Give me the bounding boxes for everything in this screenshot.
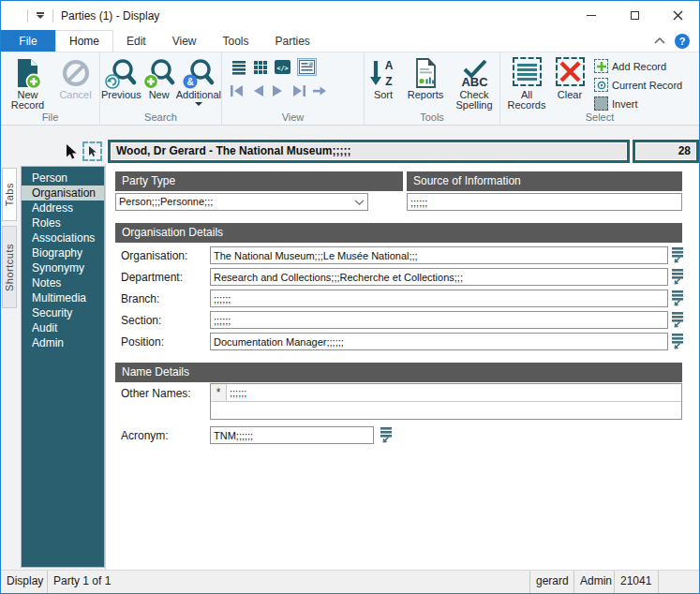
party-type-header: Party Type xyxy=(115,171,403,191)
check-spelling-icon: ABC xyxy=(458,55,490,90)
sidebar-item-person[interactable]: Person xyxy=(22,171,104,186)
party-type-combo[interactable]: Person;;;Personne;;; xyxy=(115,193,368,211)
tab-view[interactable]: View xyxy=(159,30,210,52)
previous-search-button[interactable]: Previous xyxy=(100,54,142,106)
other-names-label: Other Names: xyxy=(121,387,191,400)
status-spacer xyxy=(659,571,699,593)
sidebar-item-associations[interactable]: Associations xyxy=(22,230,104,245)
close-button[interactable] xyxy=(656,1,699,30)
other-names-value[interactable]: ;;;;;; xyxy=(227,384,681,401)
details-view-icon[interactable] xyxy=(297,58,317,76)
additional-search-button[interactable]: & Additional xyxy=(176,54,221,106)
customize-quick-access-icon[interactable] xyxy=(34,10,47,21)
previous-search-icon xyxy=(104,55,138,90)
organisation-input[interactable] xyxy=(210,246,668,264)
sidebar-item-synonymy[interactable]: Synonymy xyxy=(22,260,104,275)
select-group-label: Select xyxy=(500,111,699,123)
clear-selection-button[interactable]: Clear xyxy=(551,54,588,111)
previous-search-label: Previous xyxy=(101,90,141,100)
record-summary-text: Wood, Dr Gerard - The National Museum;;;… xyxy=(111,142,627,160)
invert-selection-label: Invert xyxy=(612,98,638,110)
title-bar: Parties (1) - Display xyxy=(1,1,699,30)
ribbon-group-view: </> View xyxy=(222,52,365,125)
other-names-row[interactable]: * ;;;;;; xyxy=(211,384,681,402)
tab-edit[interactable]: Edit xyxy=(113,30,159,52)
current-record-button[interactable]: Current Record xyxy=(594,77,682,93)
sidebar-item-biography[interactable]: Biography xyxy=(22,245,104,260)
sidebar-item-multimedia[interactable]: Multimedia xyxy=(22,290,104,305)
ribbon-group-search: Previous New xyxy=(100,52,222,125)
cancel-button[interactable]: Cancel xyxy=(54,54,97,111)
first-record-icon[interactable] xyxy=(230,84,246,101)
cursor-icon[interactable] xyxy=(64,143,78,160)
add-record-button[interactable]: Add Record xyxy=(594,58,682,74)
invert-selection-button[interactable]: Invert xyxy=(594,96,682,111)
code-view-icon[interactable]: </> xyxy=(275,60,290,74)
additional-dropdown-caret-icon xyxy=(195,102,202,106)
organisation-details-header: Organisation Details xyxy=(115,223,682,243)
language-flyout-icon[interactable] xyxy=(672,246,685,263)
tab-parties[interactable]: Parties xyxy=(262,30,323,52)
all-records-button[interactable]: All Records xyxy=(504,54,549,111)
help-button[interactable]: ? xyxy=(675,34,690,49)
ribbon-group-tools: A Z Sort xyxy=(365,52,500,125)
side-strip-tabs[interactable]: Tabs xyxy=(2,168,17,221)
tab-file[interactable]: File xyxy=(1,30,55,52)
check-spelling-button[interactable]: ABC Check Spelling xyxy=(450,54,499,111)
status-record-position: Party 1 of 1 xyxy=(48,571,530,593)
all-records-icon xyxy=(513,55,542,90)
side-strip-shortcuts[interactable]: Shortcuts xyxy=(2,226,17,308)
new-record-button[interactable]: New Record xyxy=(4,54,52,111)
language-flyout-icon[interactable] xyxy=(672,268,685,285)
language-flyout-icon[interactable] xyxy=(672,290,685,306)
sidebar-item-admin[interactable]: Admin xyxy=(22,335,104,350)
sidebar-item-audit[interactable]: Audit xyxy=(22,320,104,335)
other-names-grid[interactable]: * ;;;;;; xyxy=(210,383,682,420)
select-drag-box-icon[interactable] xyxy=(82,141,102,161)
next-record-icon[interactable] xyxy=(271,84,285,101)
reports-button[interactable]: Reports xyxy=(403,54,448,111)
collapse-ribbon-icon[interactable] xyxy=(654,37,665,44)
main-body: Tabs Shortcuts Person Organisation Addre… xyxy=(1,164,699,570)
sidebar-item-organisation[interactable]: Organisation xyxy=(22,186,104,200)
goto-record-icon[interactable] xyxy=(312,84,328,101)
sort-label: Sort xyxy=(374,90,393,100)
minimize-button[interactable] xyxy=(570,1,613,30)
new-search-label: New xyxy=(149,90,170,100)
position-input[interactable] xyxy=(210,333,668,350)
new-record-icon xyxy=(12,55,44,90)
acronym-input[interactable] xyxy=(210,426,374,444)
close-icon xyxy=(673,10,683,21)
organisation-form: Party Type Source of Information Person;… xyxy=(106,164,699,570)
section-input[interactable] xyxy=(210,311,668,329)
list-view-icon[interactable] xyxy=(231,60,246,75)
sort-button[interactable]: A Z Sort xyxy=(365,54,401,111)
tab-home[interactable]: Home xyxy=(55,30,113,52)
language-flyout-icon[interactable] xyxy=(672,333,685,349)
previous-record-icon[interactable] xyxy=(251,84,265,101)
language-flyout-icon[interactable] xyxy=(672,311,685,328)
svg-text:&: & xyxy=(186,77,193,87)
last-record-icon[interactable] xyxy=(290,84,306,101)
status-code: 21041 xyxy=(615,571,659,593)
check-spelling-label: Check Spelling xyxy=(450,90,499,111)
source-of-information-input[interactable] xyxy=(407,193,682,211)
sidebar-item-security[interactable]: Security xyxy=(22,305,104,320)
maximize-button[interactable] xyxy=(613,1,656,30)
additional-search-label: Additional xyxy=(176,90,221,100)
tab-tools[interactable]: Tools xyxy=(210,30,262,52)
sidebar-item-notes[interactable]: Notes xyxy=(22,275,104,290)
department-input[interactable] xyxy=(210,268,668,286)
clear-selection-icon xyxy=(556,55,585,90)
grid-view-icon[interactable] xyxy=(253,60,268,75)
quick-access-toolbar xyxy=(1,9,53,22)
ribbon-tab-row: File Home Edit View Tools Parties ? xyxy=(1,30,699,52)
new-search-button[interactable]: New xyxy=(144,54,174,106)
status-user: gerard xyxy=(530,571,574,593)
language-flyout-icon[interactable] xyxy=(380,426,394,443)
branch-input[interactable] xyxy=(210,290,668,307)
department-label: Department: xyxy=(121,271,183,284)
additional-search-icon: & xyxy=(182,55,216,90)
sidebar-item-roles[interactable]: Roles xyxy=(22,215,104,230)
sidebar-item-address[interactable]: Address xyxy=(22,200,104,215)
